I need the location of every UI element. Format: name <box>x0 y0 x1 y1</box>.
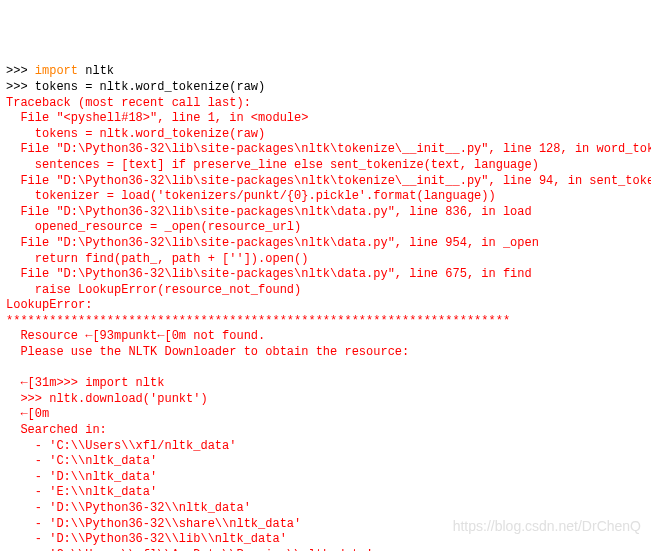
traceback-line: tokenizer = load('tokenizers/punkt/{0}.p… <box>6 189 496 203</box>
repl-line: >>> import nltk <box>6 64 114 78</box>
search-path: - 'D:\\Python36-32\\lib\\nltk_data' <box>6 532 287 546</box>
error-msg: Resource ←[93mpunkt←[0m not found. <box>6 329 265 343</box>
error-msg: Please use the NLTK Downloader to obtain… <box>6 345 409 359</box>
traceback-line: return find(path_, path + ['']).open() <box>6 252 308 266</box>
keyword-import: import <box>35 64 78 78</box>
searched-header: Searched in: <box>6 423 107 437</box>
search-path: - 'C:\\Users\\xfl/nltk_data' <box>6 439 236 453</box>
prompt: >>> <box>6 64 35 78</box>
hint-line: ←[0m <box>6 407 49 421</box>
traceback-line: sentences = [text] if preserve_line else… <box>6 158 539 172</box>
repl-line: >>> tokens = nltk.word_tokenize(raw) <box>6 80 265 94</box>
search-path: - 'D:\\nltk_data' <box>6 470 157 484</box>
traceback-line: LookupError: <box>6 298 92 312</box>
traceback-line: Traceback (most recent call last): <box>6 96 251 110</box>
separator-stars: ****************************************… <box>6 314 510 328</box>
traceback-line: tokens = nltk.word_tokenize(raw) <box>6 127 265 141</box>
traceback-line: File "D:\Python36-32\lib\site-packages\n… <box>6 267 532 281</box>
module-name: nltk <box>78 64 114 78</box>
traceback-line: opened_resource = _open(resource_url) <box>6 220 301 234</box>
traceback-line: File "D:\Python36-32\lib\site-packages\n… <box>6 142 651 156</box>
traceback-line: File "<pyshell#18>", line 1, in <module> <box>6 111 308 125</box>
search-path: - 'E:\\nltk_data' <box>6 485 157 499</box>
traceback-line: raise LookupError(resource_not_found) <box>6 283 301 297</box>
search-path: - 'C:\\nltk_data' <box>6 454 157 468</box>
watermark-text: https://blog.csdn.net/DrChenQ <box>453 517 641 535</box>
search-path: - 'D:\\Python36-32\\nltk_data' <box>6 501 251 515</box>
search-path: - 'D:\\Python36-32\\share\\nltk_data' <box>6 517 301 531</box>
traceback-line: File "D:\Python36-32\lib\site-packages\n… <box>6 174 651 188</box>
hint-line: >>> nltk.download('punkt') <box>6 392 208 406</box>
traceback-line: File "D:\Python36-32\lib\site-packages\n… <box>6 205 532 219</box>
traceback-line: File "D:\Python36-32\lib\site-packages\n… <box>6 236 539 250</box>
hint-line: ←[31m>>> import nltk <box>6 376 164 390</box>
